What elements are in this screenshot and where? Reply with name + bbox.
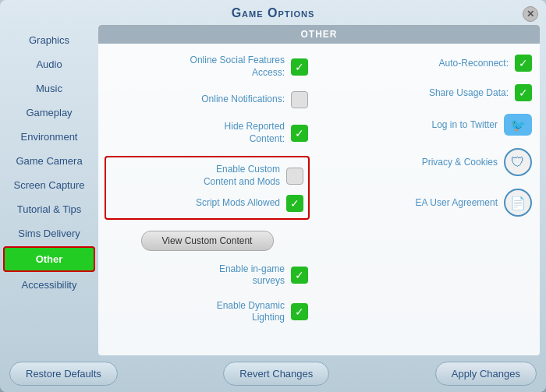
close-button[interactable]: ✕ [523, 6, 538, 22]
sidebar-item-other[interactable]: Other [3, 246, 95, 272]
revert-changes-button[interactable]: Revert Changes [223, 362, 329, 386]
sidebar-item-sims-delivery[interactable]: Sims Delivery [3, 222, 95, 245]
content-body: Online Social FeaturesAccess: ✓ Online N… [98, 44, 540, 355]
setting-online-social: Online Social FeaturesAccess: ✓ [105, 51, 310, 82]
enable-custom-label: Enable CustomContent and Mods [204, 164, 280, 188]
ea-agreement-button[interactable]: 📄 [504, 189, 532, 217]
sidebar-item-music[interactable]: Music [3, 77, 95, 100]
script-mods-label: Script Mods Allowed [196, 197, 280, 210]
online-notifications-check[interactable] [291, 91, 308, 108]
online-notifications-label: Online Notifications: [201, 94, 285, 106]
hide-reported-check[interactable]: ✓ [291, 125, 308, 142]
privacy-button[interactable]: 🛡 [504, 148, 532, 176]
ingame-surveys-check[interactable]: ✓ [291, 267, 308, 284]
title-bar: Game Options ✕ [0, 0, 546, 25]
view-custom-wrapper: View Custom Content [105, 228, 310, 254]
restore-defaults-button[interactable]: Restore Defaults [9, 362, 118, 386]
sidebar: Graphics Audio Music Gameplay Environmen… [0, 25, 98, 355]
setting-auto-reconnect: Auto-Reconnect: ✓ [328, 51, 534, 75]
share-usage-label: Share Usage Data: [330, 87, 509, 98]
left-column: Online Social FeaturesAccess: ✓ Online N… [105, 51, 310, 348]
game-options-window: Game Options ✕ Graphics Audio Music Game… [0, 0, 546, 392]
sidebar-item-environment[interactable]: Environment [3, 125, 95, 148]
setting-script-mods: Script Mods Allowed ✓ [109, 192, 305, 215]
setting-online-notifications: Online Notifications: [105, 88, 310, 111]
auto-reconnect-label: Auto-Reconnect: [330, 58, 509, 69]
setting-hide-reported: Hide ReportedContent: ✓ [105, 118, 310, 148]
enable-custom-check[interactable] [286, 168, 303, 185]
script-mods-check[interactable]: ✓ [286, 195, 303, 212]
sidebar-item-graphics[interactable]: Graphics [3, 29, 95, 51]
twitter-button[interactable]: 🐦 [504, 114, 532, 136]
dynamic-lighting-check[interactable]: ✓ [291, 303, 308, 320]
view-custom-content-button[interactable]: View Custom Content [141, 231, 274, 251]
hide-reported-label: Hide ReportedContent: [225, 121, 285, 145]
twitter-label: Log in to Twitter [330, 119, 498, 130]
online-social-check[interactable]: ✓ [291, 58, 308, 76]
apply-changes-button[interactable]: Apply Changes [435, 362, 537, 386]
setting-enable-custom: Enable CustomContent and Mods [109, 161, 305, 191]
setting-ea-agreement: EA User Agreement 📄 [328, 185, 534, 220]
auto-reconnect-check[interactable]: ✓ [515, 55, 532, 72]
dynamic-lighting-label: Enable DynamicLighting [217, 300, 285, 324]
main-area: Graphics Audio Music Gameplay Environmen… [0, 25, 546, 355]
sidebar-item-accessibility[interactable]: Accessibility [3, 274, 95, 296]
online-social-label: Online Social FeaturesAccess: [190, 55, 285, 79]
sidebar-item-tutorial-tips[interactable]: Tutorial & Tips [3, 198, 95, 221]
sidebar-item-game-camera[interactable]: Game Camera [3, 150, 95, 172]
ingame-surveys-label: Enable in-gamesurveys [219, 263, 285, 288]
share-usage-check[interactable]: ✓ [515, 84, 532, 101]
footer: Restore Defaults Revert Changes Apply Ch… [0, 355, 546, 392]
setting-ingame-surveys: Enable in-gamesurveys ✓ [105, 260, 310, 291]
privacy-label: Privacy & Cookies [330, 157, 498, 168]
content-header: Other [98, 25, 540, 44]
window-title: Game Options [232, 6, 315, 20]
ea-agreement-label: EA User Agreement [330, 197, 498, 208]
custom-content-box: Enable CustomContent and Mods Script Mod… [105, 156, 310, 219]
setting-share-usage: Share Usage Data: ✓ [328, 81, 534, 104]
setting-dynamic-lighting: Enable DynamicLighting ✓ [105, 297, 310, 327]
sidebar-item-screen-capture[interactable]: Screen Capture [3, 174, 95, 196]
setting-privacy: Privacy & Cookies 🛡 [328, 145, 534, 179]
sidebar-item-audio[interactable]: Audio [3, 53, 95, 76]
right-column: Auto-Reconnect: ✓ Share Usage Data: ✓ Lo… [316, 51, 534, 348]
setting-twitter: Log in to Twitter 🐦 [328, 111, 534, 139]
sidebar-item-gameplay[interactable]: Gameplay [3, 101, 95, 124]
content-area: Other Online Social FeaturesAccess: ✓ On… [98, 25, 540, 355]
